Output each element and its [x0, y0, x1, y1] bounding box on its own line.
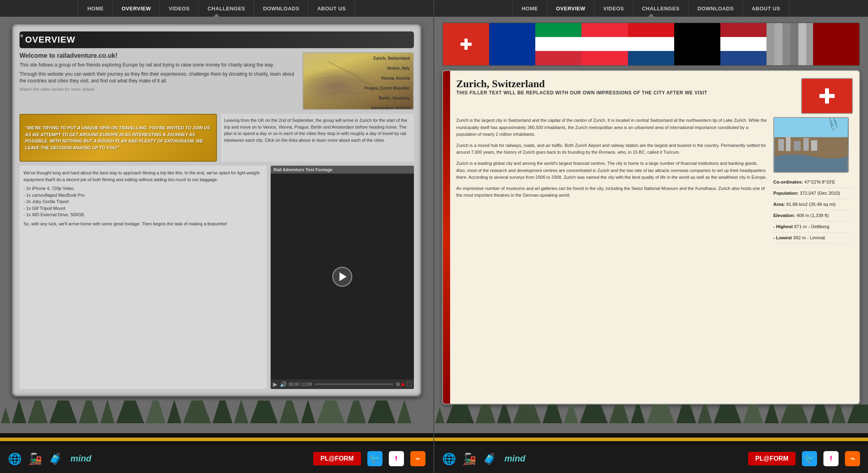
- tree: [810, 405, 830, 423]
- rss-button-right[interactable]: ⌁: [845, 451, 860, 466]
- mind-brand-right[interactable]: mind: [505, 453, 526, 464]
- nav-home-left[interactable]: HOME: [78, 0, 113, 17]
- zurich-flag: [801, 78, 853, 114]
- flags-strip: [442, 22, 860, 66]
- twitter-button[interactable]: 🐦: [367, 451, 382, 466]
- expand-icon[interactable]: ⊞: [396, 381, 400, 387]
- flickr-button-right[interactable]: f: [823, 451, 839, 466]
- video-screen[interactable]: [271, 174, 414, 379]
- map-city-3: Vienna, Austria: [365, 76, 410, 80]
- tree: [714, 405, 741, 423]
- overview-title: OVERVIEW: [25, 35, 408, 45]
- city-right-column: Co-ordinates: 47°22'N 8°33'E Population:…: [773, 117, 853, 397]
- nav-downloads-left[interactable]: DOWNLOADS: [254, 0, 308, 17]
- tree: [12, 401, 26, 423]
- tree: [234, 401, 248, 423]
- nav-aboutus-right[interactable]: ABOUT US: [743, 0, 790, 17]
- tree: [765, 405, 779, 423]
- tree: [49, 401, 77, 423]
- play-button[interactable]: [332, 267, 352, 287]
- tree: [116, 401, 144, 423]
- city-para-3: Zurich is a leading global city and amon…: [456, 160, 768, 181]
- city-para-2: Zurich is a mixed hub for railways, road…: [456, 142, 768, 156]
- welcome-heading: Welcome to railadventure.co.uk!: [20, 52, 298, 59]
- overview-title-bar: OVERVIEW: [20, 31, 414, 48]
- nav-videos-left[interactable]: VIDEOS: [160, 0, 199, 17]
- right-panel: HOME OVERVIEW VIDEOS CHALLENGES DOWNLOAD…: [434, 0, 868, 473]
- tree: [564, 405, 578, 423]
- nav-challenges-left[interactable]: CHALLENGES: [199, 0, 254, 17]
- watch-link[interactable]: Watch the video below for more details: [20, 87, 95, 92]
- video-extra-controls: ⊞ ▶ ⛶: [396, 381, 412, 387]
- train-icon-right[interactable]: 🚂: [462, 452, 476, 465]
- train-icon[interactable]: 🚂: [28, 452, 42, 465]
- tree: [28, 401, 48, 423]
- map-city-2: Venice, Italy: [365, 66, 410, 70]
- tree: [1, 407, 10, 423]
- city-para-1: Zurich is the largest city in Switzerlan…: [456, 117, 768, 138]
- video-progress-bar[interactable]: [314, 383, 394, 385]
- flag-austria: [581, 23, 628, 65]
- stat-elevation: Elevation: 408 m (1,339 ft): [773, 210, 853, 221]
- nav-overview-left[interactable]: OVERVIEW: [113, 0, 160, 17]
- flag-dark-1: [813, 23, 859, 65]
- nav-overview-right[interactable]: OVERVIEW: [547, 0, 595, 17]
- tree: [847, 405, 868, 423]
- right-landscape: [434, 405, 868, 444]
- map-city-4: Prague, Czech Republic: [365, 86, 410, 90]
- nav-home-right[interactable]: HOME: [513, 0, 547, 17]
- youtube-icon[interactable]: ▶: [402, 381, 405, 387]
- flag-swiss: [443, 23, 489, 65]
- play-pause-button[interactable]: ▶: [273, 381, 277, 387]
- city-subtitle: THIS FILLER TEXT WILL BE REPLACED WITH O…: [456, 90, 708, 96]
- city-title: Zurich, Switzerland: [456, 78, 708, 90]
- tree: [167, 401, 181, 423]
- luggage-icon-right[interactable]: 🧳: [483, 452, 497, 465]
- yellow-stripe-left: [0, 433, 433, 444]
- mind-brand[interactable]: mind: [70, 453, 92, 464]
- stat-highest: - Highest 871 m - Üetliberg: [773, 221, 853, 233]
- tree: [435, 407, 445, 423]
- globe-icon[interactable]: 🌐: [8, 452, 22, 465]
- flag-eu-1: [489, 23, 535, 65]
- tree: [79, 401, 99, 423]
- svg-rect-3: [778, 139, 784, 150]
- city-body: Zurich is the largest city in Switzerlan…: [456, 117, 853, 397]
- flag-netherlands: [720, 23, 767, 65]
- welcome-p2: Through this website you can watch their…: [20, 71, 298, 84]
- rss-button[interactable]: ⌁: [410, 451, 425, 466]
- stat-area: Area: 91.88 km2 (35.48 sq mi): [773, 199, 853, 210]
- tree: [100, 401, 115, 423]
- tree: [301, 401, 315, 423]
- platform-button[interactable]: PL@FORM: [313, 452, 361, 465]
- trees-background-right: [434, 405, 868, 433]
- stat-coordinates: Co-ordinates: 47°22'N 8°33'E: [773, 177, 853, 188]
- fullscreen-icon[interactable]: ⛶: [407, 381, 412, 387]
- swiss-cross-large-icon: [817, 86, 837, 106]
- route-text: Leaving from the UK on the 2nd of Septem…: [221, 114, 414, 162]
- luggage-icon[interactable]: 🧳: [49, 452, 62, 465]
- svg-rect-7: [811, 140, 817, 150]
- stat-lowest: - Lowest 392 m - Limmat: [773, 233, 853, 244]
- nav-videos-right[interactable]: VIDEOS: [595, 0, 633, 17]
- tree: [497, 405, 511, 423]
- nav-indicator-right: [648, 14, 654, 17]
- flickr-button[interactable]: f: [389, 451, 404, 466]
- nav-downloads-right[interactable]: DOWNLOADS: [689, 0, 743, 17]
- left-content-area: OVERVIEW Welcome to railadventure.co.uk!…: [0, 17, 433, 401]
- right-footer: 🌐 🚂 🧳 mind PL@FORM 🐦 f ⌁: [434, 444, 868, 473]
- platform-button-right[interactable]: PL@FORM: [748, 452, 796, 465]
- tree: [609, 405, 629, 423]
- volume-button[interactable]: 🔊: [280, 381, 287, 387]
- globe-icon-right[interactable]: 🌐: [442, 452, 456, 465]
- city-description: Zurich is the largest city in Switzerlan…: [456, 117, 768, 397]
- tree: [446, 405, 474, 423]
- nav-aboutus-left[interactable]: ABOUT US: [308, 0, 355, 17]
- twitter-button-right[interactable]: 🐦: [802, 451, 817, 466]
- yellow-stripe-right: [434, 433, 868, 444]
- tree: [476, 405, 495, 423]
- nav-challenges-right[interactable]: CHALLENGES: [633, 0, 689, 17]
- map-box: Zurich, Switzerland Venice, Italy Vienna…: [302, 52, 414, 110]
- welcome-p1: This site follows a group of five friend…: [20, 62, 298, 68]
- gear-list: - 2x iPhone 4, 720p Video - 1x camouflag…: [23, 185, 263, 218]
